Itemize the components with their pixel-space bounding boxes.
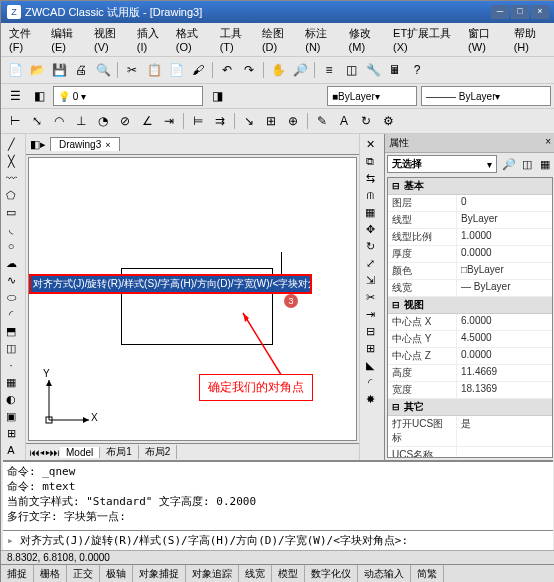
status-简繁[interactable]: 简繁 bbox=[411, 565, 444, 582]
paste-icon[interactable]: 📄 bbox=[166, 60, 186, 80]
prop-value[interactable] bbox=[457, 447, 552, 458]
dim-tedit-icon[interactable]: A bbox=[334, 111, 354, 131]
mtext-icon[interactable]: A bbox=[3, 442, 19, 458]
save-icon[interactable]: 💾 bbox=[49, 60, 69, 80]
prop-value[interactable]: 是 bbox=[457, 416, 552, 446]
ellipsearc-icon[interactable]: ◜ bbox=[3, 306, 19, 322]
command-history[interactable]: 命令: _qnew命令: mtext当前文字样式: "Standard" 文字高… bbox=[3, 460, 553, 530]
selection-dropdown[interactable]: 无选择▾ bbox=[387, 155, 497, 173]
dim-arc-icon[interactable]: ◠ bbox=[49, 111, 69, 131]
dim-linear-icon[interactable]: ⊢ bbox=[5, 111, 25, 131]
table-icon[interactable]: ⊞ bbox=[3, 425, 19, 441]
prop-row[interactable]: 线宽— ByLayer bbox=[388, 280, 552, 297]
prop-row[interactable]: 宽度18.1369 bbox=[388, 382, 552, 399]
prop-row[interactable]: 中心点 X6.0000 bbox=[388, 314, 552, 331]
maximize-button[interactable]: □ bbox=[511, 5, 529, 19]
scale-icon[interactable]: ⤢ bbox=[362, 255, 378, 271]
properties-grid[interactable]: 基本图层0线型ByLayer线型比例1.0000厚度0.0000颜色□ByLay… bbox=[387, 177, 553, 458]
layout1-tab[interactable]: 布局1 bbox=[100, 445, 139, 459]
prop-value[interactable]: 0.0000 bbox=[457, 246, 552, 262]
layer-state-icon[interactable]: ◧ bbox=[29, 86, 49, 106]
layout2-tab[interactable]: 布局2 bbox=[139, 445, 178, 459]
menu-draw[interactable]: 绘图(D) bbox=[258, 25, 299, 54]
region-icon[interactable]: ▣ bbox=[3, 408, 19, 424]
revcloud-icon[interactable]: ☁ bbox=[3, 255, 19, 271]
copy2-icon[interactable]: ⧉ bbox=[362, 153, 378, 169]
dim-ordinate-icon[interactable]: ⊥ bbox=[71, 111, 91, 131]
circle-icon[interactable]: ○ bbox=[3, 238, 19, 254]
prop-row[interactable]: 打开UCS图标是 bbox=[388, 416, 552, 447]
dynamic-input-prompt[interactable]: 对齐方式(J)/旋转(R)/样式(S)/字高(H)/方向(D)/字宽(W)/<字… bbox=[29, 274, 312, 294]
chamfer-icon[interactable]: ◣ bbox=[362, 357, 378, 373]
linetype-select[interactable]: ——— ByLayer ▾ bbox=[421, 86, 551, 106]
explode-icon[interactable]: ✸ bbox=[362, 391, 378, 407]
layer-select[interactable]: 💡 0 ▾ bbox=[53, 86, 203, 106]
quickselect-icon[interactable]: 🔎 bbox=[501, 156, 517, 172]
cut-icon[interactable]: ✂ bbox=[122, 60, 142, 80]
preview-icon[interactable]: 🔍 bbox=[93, 60, 113, 80]
menu-format[interactable]: 格式(O) bbox=[172, 25, 214, 54]
zoom-icon[interactable]: 🔎 bbox=[290, 60, 310, 80]
status-对象捕捉[interactable]: 对象捕捉 bbox=[133, 565, 186, 582]
mirror-icon[interactable]: ⇆ bbox=[362, 170, 378, 186]
rect-icon[interactable]: ▭ bbox=[3, 204, 19, 220]
spline-icon[interactable]: ∿ bbox=[3, 272, 19, 288]
match-icon[interactable]: 🖌 bbox=[188, 60, 208, 80]
prop-value[interactable]: — ByLayer bbox=[457, 280, 552, 296]
dim-center-icon[interactable]: ⊕ bbox=[283, 111, 303, 131]
tab-nav-icon[interactable]: ◧▸ bbox=[30, 138, 46, 151]
status-对象追踪[interactable]: 对象追踪 bbox=[186, 565, 239, 582]
prop-group[interactable]: 视图 bbox=[388, 297, 552, 314]
menu-insert[interactable]: 插入(I) bbox=[133, 25, 170, 54]
rotate-icon[interactable]: ↻ bbox=[362, 238, 378, 254]
dim-tolerance-icon[interactable]: ⊞ bbox=[261, 111, 281, 131]
layer-mgr-icon[interactable]: ☰ bbox=[5, 86, 25, 106]
status-正交[interactable]: 正交 bbox=[67, 565, 100, 582]
menu-window[interactable]: 窗口(W) bbox=[464, 25, 508, 54]
dim-angular-icon[interactable]: ∠ bbox=[137, 111, 157, 131]
stretch-icon[interactable]: ⇲ bbox=[362, 272, 378, 288]
xline-icon[interactable]: ╳ bbox=[3, 153, 19, 169]
block-icon[interactable]: ◫ bbox=[3, 340, 19, 356]
menu-et[interactable]: ET扩展工具(X) bbox=[389, 25, 462, 54]
print-icon[interactable]: 🖨 bbox=[71, 60, 91, 80]
command-input[interactable]: ▸ 对齐方式(J)/旋转(R)/样式(S)/字高(H)/方向(D)/字宽(W)/… bbox=[3, 530, 553, 550]
layer-iso-icon[interactable]: ◨ bbox=[207, 86, 227, 106]
tab-close-icon[interactable]: × bbox=[105, 140, 110, 150]
gradient-icon[interactable]: ◐ bbox=[3, 391, 19, 407]
prop-row[interactable]: UCS名称 bbox=[388, 447, 552, 458]
pline-icon[interactable]: 〰 bbox=[3, 170, 19, 186]
menu-view[interactable]: 视图(V) bbox=[90, 25, 131, 54]
drawing-tab[interactable]: Drawing3× bbox=[50, 137, 120, 151]
minimize-button[interactable]: ─ bbox=[491, 5, 509, 19]
polygon-icon[interactable]: ⬠ bbox=[3, 187, 19, 203]
redo-icon[interactable]: ↷ bbox=[239, 60, 259, 80]
tool-icon[interactable]: 🔧 bbox=[363, 60, 383, 80]
break-icon[interactable]: ⊟ bbox=[362, 323, 378, 339]
new-icon[interactable]: 📄 bbox=[5, 60, 25, 80]
offset-icon[interactable]: ⫙ bbox=[362, 187, 378, 203]
menu-file[interactable]: 文件(F) bbox=[5, 25, 45, 54]
prop-value[interactable]: 6.0000 bbox=[457, 314, 552, 330]
pickadd-icon[interactable]: ◫ bbox=[519, 156, 535, 172]
menu-help[interactable]: 帮助(H) bbox=[510, 25, 551, 54]
menu-dimension[interactable]: 标注(N) bbox=[301, 25, 342, 54]
undo-icon[interactable]: ↶ bbox=[217, 60, 237, 80]
trim-icon[interactable]: ✂ bbox=[362, 289, 378, 305]
dim-aligned-icon[interactable]: ⤡ bbox=[27, 111, 47, 131]
move-icon[interactable]: ✥ bbox=[362, 221, 378, 237]
prop-row[interactable]: 中心点 Z0.0000 bbox=[388, 348, 552, 365]
design-icon[interactable]: ◫ bbox=[341, 60, 361, 80]
status-线宽[interactable]: 线宽 bbox=[239, 565, 272, 582]
dim-style-icon[interactable]: ⚙ bbox=[378, 111, 398, 131]
copy-icon[interactable]: 📋 bbox=[144, 60, 164, 80]
open-icon[interactable]: 📂 bbox=[27, 60, 47, 80]
close-button[interactable]: × bbox=[531, 5, 549, 19]
prop-group[interactable]: 基本 bbox=[388, 178, 552, 195]
fillet-icon[interactable]: ◜ bbox=[362, 374, 378, 390]
status-模型[interactable]: 模型 bbox=[272, 565, 305, 582]
status-动态输入[interactable]: 动态输入 bbox=[358, 565, 411, 582]
pan-icon[interactable]: ✋ bbox=[268, 60, 288, 80]
dim-edit-icon[interactable]: ✎ bbox=[312, 111, 332, 131]
status-栅格[interactable]: 栅格 bbox=[34, 565, 67, 582]
